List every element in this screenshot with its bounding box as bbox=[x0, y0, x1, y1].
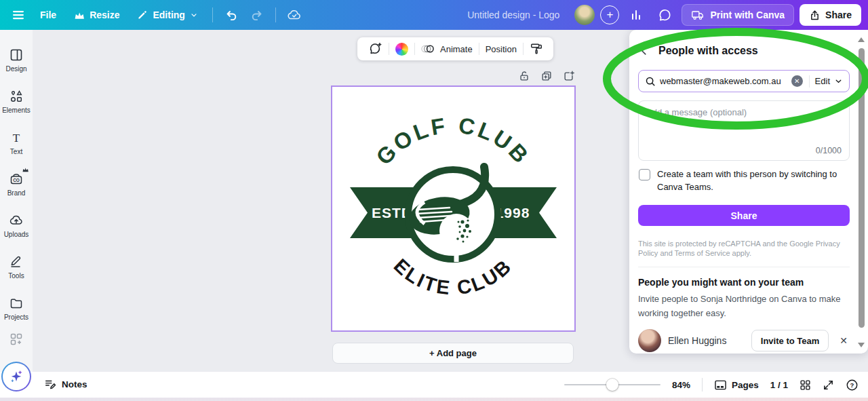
grid-view-button[interactable] bbox=[800, 379, 811, 391]
unlock-icon bbox=[518, 70, 530, 82]
position-button[interactable]: Position bbox=[479, 37, 523, 60]
zoom-percentage[interactable]: 84% bbox=[672, 380, 690, 390]
add-page-label: + Add page bbox=[429, 348, 477, 358]
sidebar-item-apps[interactable] bbox=[0, 329, 33, 349]
svg-text:CO: CO bbox=[13, 178, 20, 183]
top-bar: File Resize Editing bbox=[0, 0, 868, 30]
char-counter: 0/1000 bbox=[816, 146, 842, 155]
help-icon: ? bbox=[846, 379, 859, 392]
chevron-down-icon bbox=[190, 11, 198, 19]
crown-icon bbox=[74, 11, 85, 20]
grid-view-icon bbox=[800, 379, 811, 391]
zoom-slider[interactable] bbox=[564, 379, 660, 391]
add-page-icon-button[interactable] bbox=[562, 69, 576, 83]
permission-edit-label[interactable]: Edit bbox=[815, 76, 830, 86]
sidebar-label: Elements bbox=[2, 107, 31, 114]
svg-text:T: T bbox=[13, 132, 20, 145]
print-with-canva-button[interactable]: Print with Canva bbox=[682, 4, 794, 26]
duplicate-page-button[interactable] bbox=[540, 69, 553, 83]
sidebar-item-brand[interactable]: CO Brand bbox=[0, 164, 33, 205]
create-team-checkbox[interactable] bbox=[639, 169, 650, 180]
sidebar-label: Design bbox=[5, 65, 26, 73]
notes-button[interactable]: Notes bbox=[44, 378, 87, 390]
insights-button[interactable] bbox=[625, 4, 648, 26]
logo-top-arched-text: GOLF CLUB bbox=[371, 113, 535, 170]
sidebar-item-text[interactable]: T Text bbox=[0, 122, 33, 164]
add-member-button[interactable]: + bbox=[600, 5, 619, 24]
share-button-top[interactable]: Share bbox=[800, 4, 861, 26]
file-button[interactable]: File bbox=[33, 4, 64, 26]
divider bbox=[212, 7, 213, 22]
share-submit-button[interactable]: Share bbox=[638, 205, 850, 226]
zoom-slider-thumb[interactable] bbox=[606, 379, 618, 391]
elements-icon bbox=[9, 89, 24, 104]
document-title[interactable]: Untitled design - Logo bbox=[467, 9, 559, 20]
pages-icon bbox=[714, 379, 727, 391]
sidebar-label: Text bbox=[10, 148, 22, 155]
animate-button[interactable]: Animate bbox=[415, 37, 479, 60]
comments-button[interactable] bbox=[653, 4, 676, 26]
cloud-save-status-button[interactable] bbox=[283, 4, 306, 26]
add-page-icon bbox=[563, 70, 575, 82]
golf-club-logo[interactable]: ESTD 1998 bbox=[332, 87, 574, 330]
copy-style-button[interactable] bbox=[524, 37, 549, 60]
tools-pen-icon bbox=[9, 254, 24, 269]
undo-button[interactable] bbox=[220, 4, 243, 26]
message-placeholder: Add a message (optional) bbox=[646, 107, 747, 117]
sidebar-item-tools[interactable]: Tools bbox=[0, 246, 33, 288]
back-chevron-icon[interactable] bbox=[639, 45, 650, 56]
user-avatar[interactable] bbox=[574, 5, 595, 25]
duplicate-icon bbox=[540, 70, 553, 82]
invite-to-team-button[interactable]: Invite to Team bbox=[751, 330, 829, 351]
share-email-input[interactable] bbox=[660, 76, 787, 86]
position-label: Position bbox=[486, 44, 517, 54]
scrollbar-thumb[interactable] bbox=[859, 48, 865, 328]
comment-bubble-icon bbox=[658, 8, 672, 22]
crown-badge-icon bbox=[22, 167, 29, 172]
editing-mode-button[interactable]: Editing bbox=[130, 4, 205, 26]
brand-icon: CO bbox=[9, 172, 24, 187]
divider bbox=[638, 267, 850, 267]
sidebar-item-projects[interactable]: Projects bbox=[0, 288, 33, 329]
redo-button[interactable] bbox=[245, 4, 269, 26]
design-icon bbox=[9, 47, 24, 62]
page-indicator: 1 / 1 bbox=[770, 380, 788, 390]
page-controls bbox=[517, 69, 576, 83]
sidebar-item-elements[interactable]: Elements bbox=[0, 81, 33, 122]
print-label: Print with Canva bbox=[710, 9, 785, 20]
sidebar-item-uploads[interactable]: Uploads bbox=[0, 205, 33, 246]
team-suggestion-heading: People you might want on your team bbox=[638, 277, 804, 288]
divider bbox=[809, 75, 810, 88]
fullscreen-button[interactable] bbox=[823, 379, 834, 391]
sidebar-item-design[interactable]: Design bbox=[0, 39, 33, 81]
lock-page-button[interactable] bbox=[517, 69, 531, 83]
scroll-up-arrow[interactable] bbox=[858, 37, 865, 42]
panel-scrollbar[interactable] bbox=[857, 33, 866, 350]
sidebar-label: Brand bbox=[7, 189, 26, 197]
scroll-down-arrow[interactable] bbox=[858, 343, 865, 347]
truck-icon bbox=[691, 9, 705, 21]
divider bbox=[275, 7, 276, 22]
resize-button[interactable]: Resize bbox=[66, 4, 127, 26]
add-page-button[interactable]: + Add page bbox=[332, 343, 574, 364]
clear-search-button[interactable]: ✕ bbox=[791, 75, 803, 87]
share-upload-icon bbox=[809, 9, 821, 21]
divider bbox=[702, 378, 703, 392]
suggested-person-row: Ellen Huggins Invite to Team ✕ bbox=[638, 327, 850, 354]
canva-assistant-button[interactable] bbox=[1, 362, 31, 392]
dismiss-person-button[interactable]: ✕ bbox=[835, 335, 850, 346]
message-input[interactable]: Add a message (optional) 0/1000 bbox=[638, 100, 850, 161]
share-panel: People with access ✕ Edit Add a message … bbox=[629, 30, 868, 354]
redo-icon bbox=[250, 8, 264, 22]
permission-chevron-down-icon[interactable] bbox=[834, 77, 843, 85]
hamburger-menu-button[interactable] bbox=[7, 4, 30, 26]
design-page[interactable]: ESTD 1998 bbox=[331, 85, 576, 332]
pages-button[interactable]: Pages bbox=[714, 379, 759, 391]
color-picker-button[interactable] bbox=[389, 37, 414, 60]
share-label-top: Share bbox=[825, 9, 852, 20]
color-wheel-icon bbox=[395, 43, 408, 56]
help-button[interactable]: ? bbox=[846, 379, 859, 392]
comment-add-button[interactable] bbox=[361, 37, 389, 60]
share-search-field[interactable]: ✕ Edit bbox=[638, 70, 850, 92]
person-avatar bbox=[638, 329, 661, 352]
